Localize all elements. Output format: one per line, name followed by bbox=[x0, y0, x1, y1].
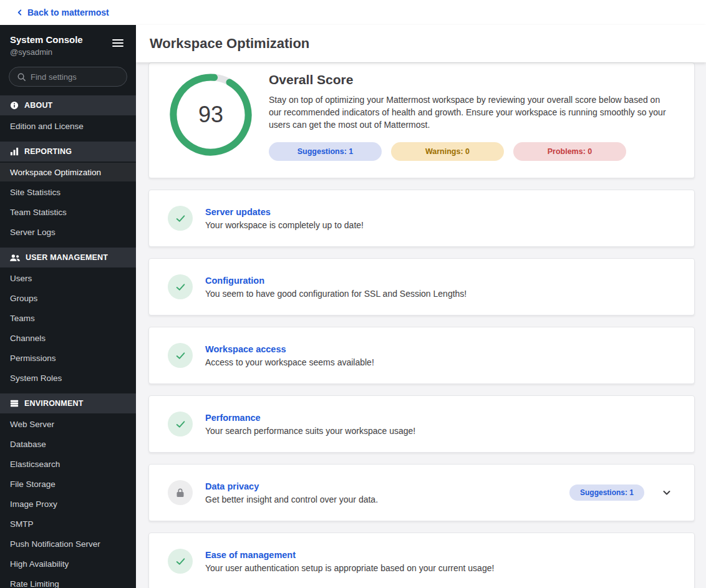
sidebar-item-elasticsearch[interactable]: Elasticsearch bbox=[0, 455, 136, 473]
sidebar-item-database[interactable]: Database bbox=[0, 435, 136, 453]
card-title-link[interactable]: Performance bbox=[205, 413, 675, 423]
server-icon bbox=[10, 399, 19, 408]
sidebar-item-server-logs[interactable]: Server Logs bbox=[0, 223, 136, 241]
card-text: Server updatesYour workspace is complete… bbox=[205, 207, 675, 230]
sidebar-item-users[interactable]: Users bbox=[0, 269, 136, 287]
search-input[interactable] bbox=[31, 72, 119, 82]
sidebar-item-push-notification-server[interactable]: Push Notification Server bbox=[0, 534, 136, 553]
card-configuration: ConfigurationYou seem to have good confi… bbox=[148, 258, 695, 316]
sidebar-item-teams[interactable]: Teams bbox=[0, 309, 136, 327]
card-ease-of-management: Ease of managementYour user authenticati… bbox=[148, 533, 695, 588]
sidebar: System Console @sysadmin ABOUTEdition an… bbox=[0, 25, 136, 588]
sidebar-identity: System Console @sysadmin bbox=[10, 34, 83, 57]
users-icon bbox=[10, 254, 20, 262]
menu-icon[interactable] bbox=[110, 36, 126, 52]
sidebar-item-edition-and-license[interactable]: Edition and License bbox=[0, 117, 136, 135]
sidebar-section-about: ABOUT bbox=[0, 95, 136, 115]
sidebar-item-permissions[interactable]: Permissions bbox=[0, 349, 136, 367]
check-icon bbox=[168, 274, 193, 299]
card-text: ConfigurationYou seem to have good confi… bbox=[205, 276, 675, 299]
sidebar-item-file-storage[interactable]: File Storage bbox=[0, 475, 136, 493]
card-text: Workspace accessAccess to your workspace… bbox=[205, 344, 675, 367]
page-title: Workspace Optimization bbox=[150, 36, 309, 52]
card-title-link[interactable]: Configuration bbox=[205, 276, 675, 286]
card-text: PerformanceYour search performance suits… bbox=[205, 413, 675, 436]
card-right: Suggestions: 1 bbox=[569, 484, 675, 501]
chevron-down-icon[interactable] bbox=[662, 488, 672, 498]
card-text: Ease of managementYour user authenticati… bbox=[205, 550, 675, 573]
sidebar-title: System Console bbox=[10, 34, 83, 46]
overall-score-card: 93 Overall Score Stay on top of optimizi… bbox=[148, 62, 695, 178]
card-performance: PerformanceYour search performance suits… bbox=[148, 395, 695, 453]
sidebar-section-label: USER MANAGEMENT bbox=[26, 253, 108, 262]
content-area: 93 Overall Score Stay on top of optimizi… bbox=[136, 62, 706, 588]
card-description: Your search performance suits your works… bbox=[205, 426, 675, 436]
search-icon bbox=[17, 72, 26, 82]
card-title-link[interactable]: Data privacy bbox=[205, 481, 569, 491]
card-text: Data privacyGet better insight and contr… bbox=[205, 481, 569, 504]
card-description: Get better insight and control over your… bbox=[205, 494, 569, 504]
sidebar-section-label: REPORTING bbox=[24, 147, 72, 156]
settings-search bbox=[9, 67, 127, 87]
sidebar-item-smtp[interactable]: SMTP bbox=[0, 514, 136, 533]
card-workspace-access: Workspace accessAccess to your workspace… bbox=[148, 327, 695, 384]
sidebar-item-workspace-optimization[interactable]: Workspace Optimization bbox=[0, 163, 136, 181]
info-icon bbox=[10, 101, 19, 110]
card-description: Your workspace is completely up to date! bbox=[205, 220, 675, 230]
card-title-link[interactable]: Workspace access bbox=[205, 344, 675, 354]
sidebar-header: System Console @sysadmin bbox=[0, 25, 136, 63]
card-data-privacy: Data privacyGet better insight and contr… bbox=[148, 464, 695, 521]
card-description: You seem to have good configuration for … bbox=[205, 289, 675, 299]
overview-title: Overall Score bbox=[269, 72, 677, 88]
page-header: Workspace Optimization bbox=[136, 25, 706, 62]
score-value: 93 bbox=[168, 72, 254, 158]
sidebar-section-user-management: USER MANAGEMENT bbox=[0, 248, 136, 267]
main-area: Workspace Optimization 93 Overall Score … bbox=[136, 25, 706, 588]
sidebar-section-label: ENVIRONMENT bbox=[24, 399, 84, 408]
bar-chart-icon bbox=[10, 147, 19, 156]
problems-badge: Problems: 0 bbox=[513, 142, 626, 161]
lock-icon bbox=[168, 480, 193, 505]
sidebar-item-rate-limiting[interactable]: Rate Limiting bbox=[0, 574, 136, 588]
sidebar-item-site-statistics[interactable]: Site Statistics bbox=[0, 183, 136, 201]
sidebar-section-label: ABOUT bbox=[24, 101, 52, 110]
chevron-left-icon bbox=[16, 9, 23, 16]
card-description: Access to your workspace seems available… bbox=[205, 357, 675, 367]
card-title-link[interactable]: Server updates bbox=[205, 207, 675, 217]
card-server-updates: Server updatesYour workspace is complete… bbox=[148, 190, 695, 247]
overview-description: Stay on top of optimizing your Mattermos… bbox=[269, 94, 674, 131]
insight-cards: Server updatesYour workspace is complete… bbox=[148, 190, 695, 588]
warnings-badge: Warnings: 0 bbox=[391, 142, 504, 161]
top-bar: Back to mattermost bbox=[0, 0, 706, 25]
sidebar-item-web-server[interactable]: Web Server bbox=[0, 415, 136, 433]
sidebar-subtitle: @sysadmin bbox=[10, 47, 83, 57]
card-description: Your user authentication setup is approp… bbox=[205, 563, 675, 573]
check-icon bbox=[168, 343, 193, 368]
check-icon bbox=[168, 206, 193, 231]
sidebar-item-high-availability[interactable]: High Availability bbox=[0, 554, 136, 573]
card-title-link[interactable]: Ease of management bbox=[205, 550, 675, 560]
check-icon bbox=[168, 412, 193, 436]
back-to-mattermost-link[interactable]: Back to mattermost bbox=[16, 7, 109, 17]
sidebar-item-system-roles[interactable]: System Roles bbox=[0, 369, 136, 387]
overview-right: Overall Score Stay on top of optimizing … bbox=[254, 72, 677, 178]
overview-badges: Suggestions: 1Warnings: 0Problems: 0 bbox=[269, 142, 677, 161]
sidebar-item-image-proxy[interactable]: Image Proxy bbox=[0, 494, 136, 513]
sidebar-item-groups[interactable]: Groups bbox=[0, 289, 136, 307]
sidebar-section-environment: ENVIRONMENT bbox=[0, 393, 136, 413]
suggestions-badge: Suggestions: 1 bbox=[569, 484, 644, 501]
sidebar-nav: ABOUTEdition and LicenseREPORTINGWorkspa… bbox=[0, 89, 136, 588]
back-link-label: Back to mattermost bbox=[27, 7, 109, 17]
sidebar-item-team-statistics[interactable]: Team Statistics bbox=[0, 203, 136, 221]
suggestions-badge: Suggestions: 1 bbox=[269, 142, 382, 161]
sidebar-section-reporting: REPORTING bbox=[0, 142, 136, 161]
check-icon bbox=[168, 549, 193, 574]
score-ring: 93 bbox=[168, 72, 254, 158]
sidebar-item-channels[interactable]: Channels bbox=[0, 329, 136, 347]
